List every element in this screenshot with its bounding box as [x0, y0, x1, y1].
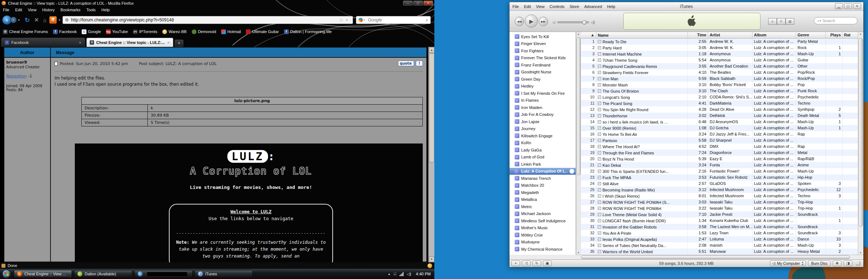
volume-slider[interactable] [557, 21, 589, 23]
scrollbar-thumb[interactable] [577, 37, 581, 175]
url-text[interactable]: http://forum.cheatengine.org/viewtopic.p… [71, 17, 338, 23]
song-row[interactable]: 29 ✓ Love Theme (Metal Gear Solid 4) 7:1… [581, 211, 858, 218]
reputation-link[interactable]: Reputation [6, 74, 26, 78]
bookmark-item[interactable]: f Facebook [53, 29, 77, 34]
search-box[interactable]: ▼ Google ⌕ [356, 16, 431, 24]
ff-extension-icon[interactable]: ff [49, 16, 57, 24]
song-row[interactable]: 24 ✓ Still Alive 2:57 GLaDOS Lulz: A cor… [581, 181, 858, 187]
song-checkbox[interactable]: ✓ [598, 250, 601, 253]
reload-button[interactable]: ↻ [25, 16, 30, 24]
sidebar-playlist-item[interactable]: ♪ Mötley Crüe [510, 231, 576, 239]
menu-item[interactable]: Edit [15, 8, 22, 12]
song-checkbox[interactable]: ✓ [598, 58, 601, 62]
song-row[interactable]: 11 ✓ The Picard Song 4:41 DarkMateria Lu… [581, 100, 858, 106]
sidebar-playlist-item[interactable]: ♪ Metric [510, 203, 576, 210]
thumb-up-icon[interactable]: ☝ [33, 74, 35, 78]
sidebar-playlist-item[interactable]: ♪ Killswitch Engage [510, 132, 576, 140]
sidebar-playlist-item[interactable]: ♪ Lulz: A Corruption Of L... [510, 168, 576, 175]
menu-item[interactable]: Tools [86, 8, 96, 12]
genius-button[interactable]: ❋ [833, 260, 841, 266]
minimize-button[interactable]: — [403, 1, 413, 5]
scroll-down-icon[interactable]: ▼ [429, 256, 434, 262]
sidebar-playlist-item[interactable]: ♪ Megadeth [510, 189, 576, 196]
url-dropdown-icon[interactable]: ▼ [345, 19, 348, 22]
song-checkbox[interactable]: ✓ [598, 52, 601, 56]
song-row[interactable]: 23 ✓ Fuck The MPAA 3:53 Futuristic Sex R… [581, 174, 858, 181]
view-mode-button[interactable]: ≡ [768, 18, 777, 25]
browser-tab[interactable]: f Facebook ✕ [1, 38, 85, 47]
view-mode-button[interactable]: ⠿ [777, 18, 786, 25]
menu-item[interactable]: Edit [524, 4, 531, 9]
song-row[interactable]: 33 ✓ Ievas Polka (Original Acapella) 2:4… [581, 236, 858, 242]
scroll-down-icon[interactable]: ▼ [577, 251, 580, 254]
song-row[interactable]: 25 ✓ Becoming Insane (Radio Mix) 3:12 In… [581, 187, 858, 193]
network-signal-icon[interactable] [399, 272, 403, 276]
name-column-header[interactable]: Name [596, 32, 688, 38]
index-column-header[interactable]: ▲ [581, 32, 596, 38]
song-row[interactable]: 26 ✓ I Wish (Skazi Remix) 8:01 Infected … [581, 193, 858, 199]
menu-item[interactable]: File [512, 4, 519, 9]
url-bar[interactable]: ⚙ http://forum.cheatengine.org/viewtopic… [62, 16, 353, 24]
song-row[interactable]: 32 ✓ You Are A Pirate 1:53 Lazy Town Lul… [581, 230, 858, 236]
song-checkbox[interactable]: ✓ [598, 96, 601, 99]
song-checkbox[interactable]: ✓ [598, 83, 601, 86]
menu-item[interactable]: Bookmarks [61, 8, 81, 12]
sidebar-playlist-item[interactable]: ♪ Job For A Cowboy [510, 111, 576, 118]
maximize-button[interactable]: ▢ [413, 1, 423, 5]
song-checkbox[interactable]: ✓ [598, 225, 601, 229]
sidebar-playlist-item[interactable]: ♪ Foo Fighters [510, 47, 576, 54]
toggle-sidebar-button[interactable]: ◨ [844, 260, 852, 266]
song-row[interactable]: 4 ✓ 7chan Theme Song 5:54 Anonymous Lulz… [581, 57, 858, 63]
home-button[interactable]: ⌂ [43, 17, 46, 23]
song-row[interactable]: 17 ✓ Pantsoo 5:58 DJ Sharpnel Lulz: A co… [581, 137, 858, 143]
report-button[interactable]: ! [416, 61, 423, 66]
play-button[interactable]: ▶ [525, 15, 538, 28]
sidebar-playlist-item[interactable]: ♪ Goodnight Nurse [510, 69, 576, 76]
song-checkbox[interactable]: ✓ [598, 194, 601, 198]
search-icon[interactable]: ⌕ [426, 17, 428, 23]
sidebar-playlist-item[interactable]: ♪ Finger Eleven [510, 40, 576, 48]
song-list-scrollbar[interactable]: ▲ ▼ [858, 32, 863, 255]
page-scrollbar[interactable]: ▲ ▼ [428, 47, 434, 262]
add-playlist-button[interactable]: + [511, 260, 520, 266]
bookmark-item[interactable]: ⚙ Cheat Engine Forums [3, 29, 48, 34]
bookmark-item[interactable]: Hotmail [221, 29, 241, 34]
sidebar-playlist-item[interactable]: ♪ Metallica [510, 196, 576, 203]
author-username[interactable]: bruenor9 [6, 60, 48, 65]
song-checkbox[interactable]: ✓ [598, 89, 601, 93]
minimize-button[interactable]: ▁ [835, 3, 843, 9]
rating-column-header[interactable]: Rat [843, 32, 858, 38]
album-column-header[interactable]: Album [753, 32, 796, 38]
song-checkbox[interactable]: ✓ [598, 133, 601, 136]
sidebar-playlist-item[interactable]: ♪ In Flames [510, 97, 576, 104]
artist-column-header[interactable]: Artist [708, 32, 753, 38]
song-checkbox[interactable]: ✓ [598, 157, 601, 161]
song-checkbox[interactable]: ✓ [598, 102, 601, 105]
menu-item[interactable]: History [42, 8, 54, 12]
tray-expand-icon[interactable]: ▲ [388, 272, 390, 276]
song-checkbox[interactable]: ✓ [598, 201, 601, 204]
song-row[interactable]: 16 ✓ Yo Home To Bel-Air 3:24 DJ Jazzy Je… [581, 131, 858, 137]
song-row[interactable]: 8 ✓ Monster Mash 3:10 Bobby 'Boris' Pick… [581, 82, 858, 88]
song-row[interactable]: 19 ✓ Through the Fire and Flames 7:24 Dr… [581, 150, 858, 156]
volume-icon[interactable]: ◁) [407, 272, 411, 276]
song-checkbox[interactable]: ✓ [598, 139, 601, 142]
close-button[interactable]: ✕ [853, 3, 861, 9]
song-row[interactable]: 15 ✓ Over 9000 (Remix) 1:08 DJ Gotcha Lu… [581, 125, 858, 131]
bookmark-star-icon[interactable]: ☆ [339, 17, 343, 23]
tab-close-icon[interactable]: ✕ [79, 41, 82, 45]
song-checkbox[interactable]: ✓ [598, 170, 601, 173]
song-row[interactable]: 1 ✓ Ready To Die 2:55 Andrew W. K. Lulz:… [581, 39, 858, 45]
engine-dropdown-icon[interactable]: ▼ [363, 19, 366, 22]
google-engine-icon[interactable] [358, 18, 363, 22]
song-row[interactable]: 10 ✓ Longcat's Song 2:10 CODA Remix: Shi… [581, 94, 858, 100]
song-row[interactable]: 6 ✓ Strawberry Fields Forever 4:10 The B… [581, 69, 858, 76]
song-checkbox[interactable]: ✓ [598, 145, 601, 148]
menu-item[interactable]: Help [607, 4, 616, 9]
genre-column-header[interactable]: Genre [796, 32, 826, 38]
song-checkbox[interactable]: ✓ [598, 108, 601, 111]
maximize-button[interactable]: ▢ [844, 3, 852, 9]
taskbar-task-button[interactable]: ♪ [134, 270, 192, 278]
song-checkbox[interactable]: ✓ [598, 219, 601, 222]
song-checkbox[interactable]: ✓ [598, 182, 601, 185]
